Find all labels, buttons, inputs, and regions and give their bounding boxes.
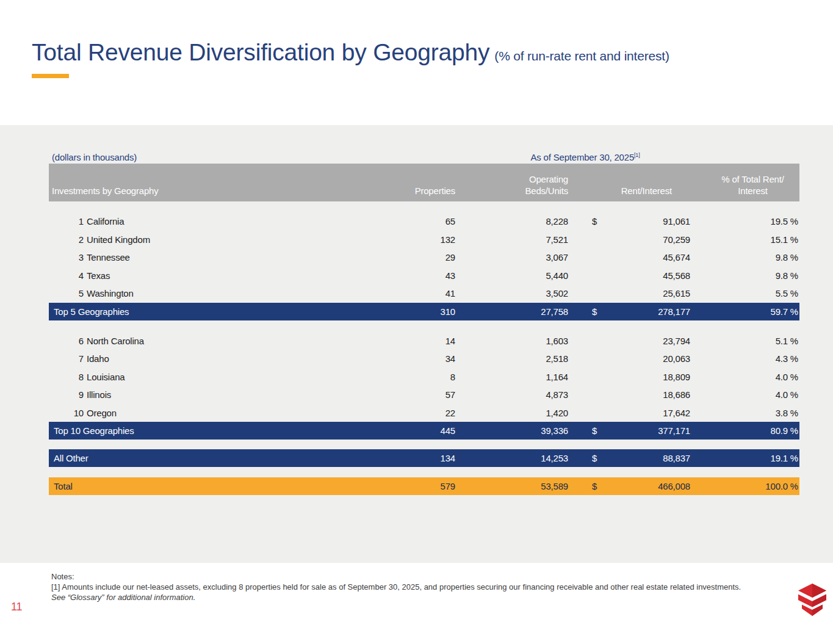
- company-logo-icon: [798, 584, 826, 620]
- cell-geography: 8Louisiana: [49, 372, 371, 382]
- cell-pct-of-total: 100.0 %: [691, 481, 799, 491]
- cell-dollar-sign: $: [569, 453, 600, 463]
- geography-rank: 2: [52, 234, 84, 245]
- cell-beds-units: 4,873: [456, 389, 569, 400]
- cell-properties: 132: [371, 234, 456, 245]
- row-label: Top 10 Geographies: [49, 425, 371, 436]
- cell-pct-of-total: 5.1 %: [691, 336, 799, 346]
- title-accent-underline: [32, 74, 69, 78]
- cell-rent-interest: 278,177: [600, 306, 691, 317]
- cell-beds-units: 14,253: [456, 453, 569, 463]
- cell-rent-interest: 20,063: [600, 353, 691, 364]
- geography-name: United Kingdom: [87, 234, 150, 245]
- cell-rent-interest: 23,794: [600, 336, 691, 346]
- notes-block: Notes: [1] Amounts include our net-lease…: [51, 571, 758, 602]
- cell-properties: 29: [371, 252, 456, 262]
- cell-pct-of-total: 9.8 %: [691, 252, 799, 262]
- geography-name: California: [87, 216, 124, 226]
- geography-rank: 6: [52, 336, 84, 346]
- cell-properties: 134: [371, 453, 456, 463]
- cell-beds-units: 3,067: [456, 252, 569, 262]
- cell-properties: 8: [371, 372, 456, 382]
- cell-geography: 2United Kingdom: [49, 234, 371, 245]
- column-header-beds: OperatingBeds/Units: [456, 173, 569, 201]
- presentation-slide: Total Revenue Diversification by Geograp…: [0, 0, 833, 644]
- table-row: 7Idaho342,51820,0634.3 %: [49, 350, 799, 368]
- table-header-row: Investments by Geography Properties Oper…: [49, 164, 799, 201]
- cell-pct-of-total: 59.7 %: [691, 306, 799, 317]
- cell-dollar-sign: $: [569, 306, 600, 317]
- geography-name: Tennessee: [87, 252, 130, 262]
- geography-rank: 8: [52, 372, 84, 382]
- geography-rank: 7: [52, 353, 84, 364]
- cell-beds-units: 1,420: [456, 408, 569, 418]
- geography-rank: 3: [52, 252, 84, 262]
- notes-heading: Notes:: [51, 571, 758, 582]
- cell-properties: 41: [371, 288, 456, 298]
- geography-rank: 9: [52, 389, 84, 400]
- cell-geography: 10Oregon: [49, 408, 371, 418]
- table-caption-row: (dollars in thousands) As of September 3…: [49, 148, 799, 162]
- cell-geography: 6North Carolina: [49, 336, 371, 346]
- cell-pct-of-total: 9.8 %: [691, 270, 799, 281]
- cell-rent-interest: 377,171: [600, 425, 691, 436]
- geography-rank: 4: [52, 270, 84, 281]
- cell-rent-interest: 91,061: [600, 216, 691, 226]
- geography-name: Idaho: [87, 353, 109, 364]
- cell-rent-interest: 88,837: [600, 453, 691, 463]
- cell-beds-units: 5,440: [456, 270, 569, 281]
- cell-pct-of-total: 4.3 %: [691, 353, 799, 364]
- summary-row-top10: Top 10 Geographies44539,336$377,17180.9 …: [49, 422, 799, 440]
- summary-row-top5: Top 5 Geographies31027,758$278,17759.7 %: [49, 303, 799, 320]
- geography-name: Texas: [87, 270, 110, 281]
- cell-pct-of-total: 3.8 %: [691, 408, 799, 418]
- cell-properties: 43: [371, 270, 456, 281]
- geography-rank: 1: [52, 216, 84, 226]
- cell-pct-of-total: 15.1 %: [691, 234, 799, 245]
- table-row: 10Oregon221,42017,6423.8 %: [49, 404, 799, 422]
- column-header-properties: Properties: [371, 185, 456, 201]
- units-label: (dollars in thousands): [49, 152, 371, 162]
- cell-rent-interest: 466,008: [600, 481, 691, 491]
- geography-name: Louisiana: [87, 372, 124, 382]
- cell-pct-of-total: 4.0 %: [691, 372, 799, 382]
- cell-geography: 7Idaho: [49, 353, 371, 364]
- geography-name: Oregon: [87, 408, 117, 418]
- cell-geography: 4Texas: [49, 270, 371, 281]
- cell-beds-units: 39,336: [456, 425, 569, 436]
- cell-beds-units: 2,518: [456, 353, 569, 364]
- as-of-date: As of September 30, 2025[1]: [371, 152, 799, 162]
- cell-geography: 3Tennessee: [49, 252, 371, 262]
- geography-rank: 10: [52, 408, 84, 418]
- cell-dollar-sign: $: [569, 425, 600, 436]
- cell-properties: 579: [371, 481, 456, 491]
- cell-rent-interest: 70,259: [600, 234, 691, 245]
- table-row: 8Louisiana81,16418,8094.0 %: [49, 368, 799, 386]
- column-header-rent: Rent/Interest: [569, 185, 691, 201]
- table-row: 4Texas435,44045,5689.8 %: [49, 267, 799, 285]
- cell-properties: 14: [371, 336, 456, 346]
- as-of-footnote-marker: [1]: [634, 152, 640, 158]
- cell-properties: 22: [371, 408, 456, 418]
- table-row: 5Washington413,50225,6155.5 %: [49, 284, 799, 303]
- table-row: 3Tennessee293,06745,6749.8 %: [49, 248, 799, 267]
- row-label: Total: [49, 481, 371, 491]
- page-title: Total Revenue Diversification by Geograp…: [32, 39, 489, 65]
- row-label: Top 5 Geographies: [49, 306, 371, 317]
- cell-pct-of-total: 4.0 %: [691, 389, 799, 400]
- cell-geography: 1California: [49, 216, 371, 226]
- cell-properties: 57: [371, 389, 456, 400]
- row-spacer: [49, 467, 799, 477]
- cell-geography: 5Washington: [49, 288, 371, 298]
- row-label: All Other: [49, 453, 371, 463]
- cell-beds-units: 7,521: [456, 234, 569, 245]
- page-number: 11: [11, 601, 22, 613]
- summary-row-all-other: All Other13414,253$88,83719.1 %: [49, 449, 799, 467]
- geography-name: Washington: [87, 288, 134, 298]
- cell-rent-interest: 25,615: [600, 288, 691, 298]
- page-subtitle: (% of run-rate rent and interest): [494, 49, 669, 63]
- cell-beds-units: 3,502: [456, 288, 569, 298]
- cell-rent-interest: 18,686: [600, 389, 691, 400]
- cell-pct-of-total: 5.5 %: [691, 288, 799, 298]
- geography-rank: 5: [52, 288, 84, 298]
